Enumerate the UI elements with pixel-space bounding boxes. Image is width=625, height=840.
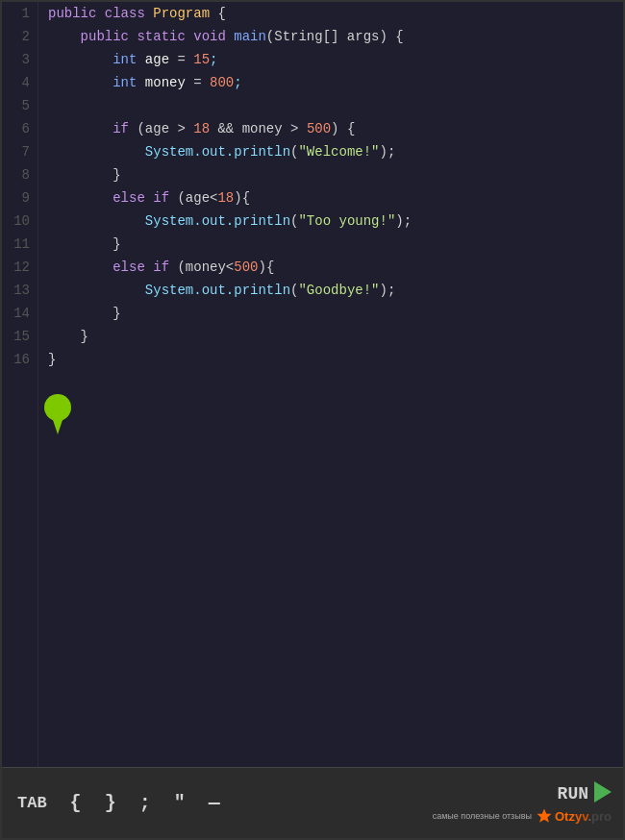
line-num-12: 12 [2, 256, 38, 279]
line-num-1: 1 [2, 2, 38, 25]
svg-point-0 [44, 394, 71, 421]
code-content[interactable]: public class Program { public static voi… [38, 2, 623, 771]
toolbar-buttons: TAB { } ; " — [2, 792, 433, 814]
line-num-5: 5 [2, 94, 38, 117]
code-line-8: } [48, 163, 623, 186]
line-num-6: 6 [2, 117, 38, 140]
play-triangle-icon [594, 781, 612, 803]
line-num-16: 16 [2, 348, 38, 371]
run-label: RUN [558, 784, 588, 803]
line-num-2: 2 [2, 25, 38, 48]
otzyv-text: Otzyv.pro [555, 809, 612, 824]
run-button-row: RUN [558, 781, 612, 805]
code-line-7: System.out.println("Welcome!"); [48, 140, 623, 163]
code-line-5 [48, 94, 623, 117]
quote-button[interactable]: " [174, 792, 186, 814]
svg-marker-1 [52, 417, 63, 434]
code-line-16: } [48, 348, 623, 371]
line-numbers: 1 2 3 4 5 6 7 8 9 10 11 12 13 14 15 16 [2, 2, 38, 771]
line-num-13: 13 [2, 279, 38, 302]
run-section: RUN самые полезные отзывы Otzyv.pro [433, 781, 623, 825]
code-line-10: System.out.println("Too young!"); [48, 210, 623, 233]
run-play-button[interactable] [594, 781, 612, 805]
semicolon-button[interactable]: ; [139, 792, 151, 814]
line-num-9: 9 [2, 186, 38, 210]
cursor-indicator [42, 392, 73, 439]
line-num-15: 15 [2, 325, 38, 348]
code-line-2: public static void main(String[] args) { [48, 25, 623, 48]
line-num-14: 14 [2, 302, 38, 325]
code-line-14: } [48, 302, 623, 325]
code-line-3: int age = 15; [48, 48, 623, 71]
watermark-text: самые полезные отзывы [433, 811, 532, 821]
star-icon [536, 807, 553, 825]
line-num-7: 7 [2, 140, 38, 163]
code-line-9: else if (age<18){ [48, 186, 623, 210]
watermark-badge: самые полезные отзывы Otzyv.pro [433, 807, 612, 825]
code-line-13: System.out.println("Goodbye!"); [48, 279, 623, 302]
line-num-8: 8 [2, 163, 38, 186]
line-num-4: 4 [2, 71, 38, 94]
editor-container: 1 2 3 4 5 6 7 8 9 10 11 12 13 14 15 16 p… [0, 0, 625, 840]
brace-open-button[interactable]: { [70, 792, 82, 814]
toolbar: TAB { } ; " — RUN самые полезные отзывы [2, 767, 623, 838]
code-line-12: else if (money<500){ [48, 256, 623, 279]
brace-close-button[interactable]: } [105, 792, 116, 814]
code-line-4: int money = 800; [48, 71, 623, 94]
code-editor[interactable]: 1 2 3 4 5 6 7 8 9 10 11 12 13 14 15 16 p… [2, 2, 623, 771]
tab-button[interactable]: TAB [17, 794, 47, 812]
line-num-11: 11 [2, 233, 38, 256]
dash-button[interactable]: — [209, 792, 220, 814]
line-num-3: 3 [2, 48, 38, 71]
line-num-10: 10 [2, 210, 38, 233]
code-line-15: } [48, 325, 623, 348]
otzyv-logo: Otzyv.pro [536, 807, 612, 825]
svg-marker-2 [537, 809, 551, 823]
code-line-11: } [48, 233, 623, 256]
code-line-1: public class Program { [48, 2, 623, 25]
code-line-6: if (age > 18 && money > 500) { [48, 117, 623, 140]
